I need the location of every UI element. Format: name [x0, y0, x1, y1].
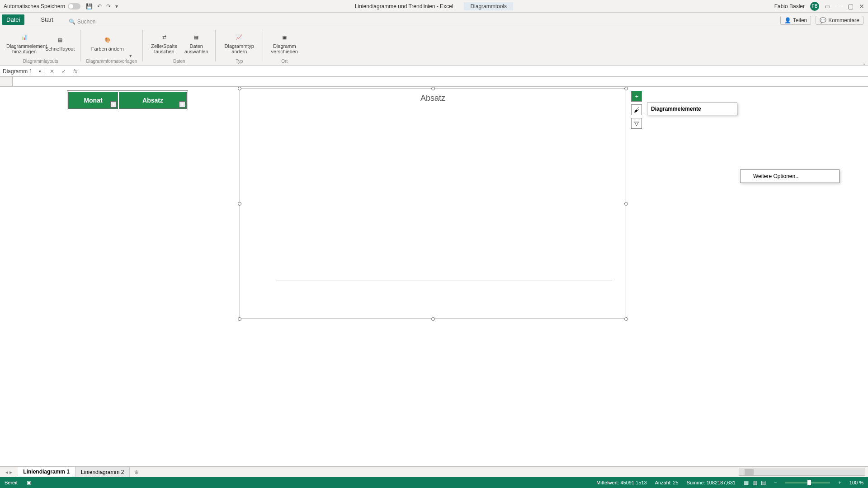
formula-bar: Diagramm 1 ▾ ✕ ✓ fx: [0, 66, 868, 77]
worksheet-grid[interactable]: Monat▾ Absatz▾ Absatz ＋ 🖌 ▽ Diagrammelem…: [0, 77, 868, 456]
move-chart-button[interactable]: ▣ Diagramm verschieben: [269, 32, 300, 54]
maximize-icon[interactable]: ▢: [848, 3, 854, 10]
autosave-toggle[interactable]: Automatisches Speichern: [4, 3, 80, 9]
comment-icon: 💬: [820, 17, 826, 23]
undo-icon[interactable]: ↶: [97, 3, 102, 9]
resize-handle[interactable]: [238, 317, 241, 321]
search-box[interactable]: 🔍 Suchen: [69, 19, 96, 25]
tab-start[interactable]: Start: [37, 14, 57, 25]
share-button[interactable]: 👤Teilen: [780, 16, 811, 25]
collapse-ribbon-icon[interactable]: ˬ: [863, 60, 865, 65]
title-bar: Automatisches Speichern 💾 ↶ ↷ ▾ Liniendi…: [0, 0, 868, 13]
tab-file[interactable]: Datei: [2, 14, 24, 25]
group-type-label: Typ: [236, 59, 243, 64]
flyout-header: Diagrammelemente: [647, 103, 737, 115]
ribbon-mode-icon[interactable]: ▭: [825, 3, 830, 10]
view-normal-icon[interactable]: ▦: [744, 479, 749, 486]
cancel-fx-icon[interactable]: ✕: [50, 68, 54, 75]
status-mean: Mittelwert: 45091,1513: [596, 480, 646, 485]
switch-rowcol-button[interactable]: ⇄ Zeile/Spalte tauschen: [148, 32, 180, 54]
colors-icon: 🎨: [101, 34, 114, 45]
share-icon: 👤: [784, 17, 791, 23]
name-box[interactable]: Diagramm 1 ▾: [0, 67, 44, 75]
sheet-tabs: ◂ ▸ Liniendiagramm 1 Liniendiagramm 2 ⊕: [0, 466, 868, 477]
save-icon[interactable]: 💾: [86, 3, 93, 9]
select-data-icon: ▦: [190, 32, 203, 42]
sheet-tab-active[interactable]: Liniendiagramm 1: [18, 467, 75, 478]
view-pagelayout-icon[interactable]: ▥: [752, 479, 757, 486]
search-placeholder: Suchen: [77, 19, 96, 25]
chart-type-icon: 📈: [233, 32, 245, 42]
col-header-absatz[interactable]: Absatz▾: [119, 92, 187, 109]
status-sum: Summe: 1082187,631: [687, 480, 736, 485]
filter-icon[interactable]: ▾: [110, 101, 117, 108]
change-chart-type-button[interactable]: 📈 Diagrammtyp ändern: [221, 32, 257, 54]
group-data-label: Daten: [173, 59, 185, 64]
quick-layout-button[interactable]: ▦ Schnelllayout: [45, 34, 75, 52]
macro-record-icon[interactable]: ▣: [27, 480, 31, 486]
more-options-item[interactable]: Weitere Optionen...: [741, 172, 839, 181]
quick-layout-icon: ▦: [54, 34, 66, 45]
confirm-fx-icon[interactable]: ✓: [61, 68, 66, 75]
toggle-switch-icon[interactable]: [68, 3, 80, 9]
redo-icon[interactable]: ↷: [106, 3, 111, 9]
col-header-monat[interactable]: Monat▾: [68, 92, 118, 109]
sheet-tab[interactable]: Liniendiagramm 2: [75, 467, 130, 477]
resize-handle[interactable]: [431, 317, 435, 321]
sheet-nav-icon[interactable]: ◂ ▸: [0, 469, 18, 475]
divider: [80, 30, 80, 61]
close-icon[interactable]: ✕: [859, 3, 864, 10]
resize-handle[interactable]: [238, 202, 241, 206]
gridlines-subflyout: Weitere Optionen...: [740, 169, 840, 183]
chart-elements-button[interactable]: ＋: [631, 91, 642, 102]
comments-button[interactable]: 💬Kommentare: [816, 16, 863, 25]
gallery-more-icon[interactable]: ▾: [129, 53, 132, 59]
dropdown-icon[interactable]: ▾: [39, 69, 41, 74]
user-avatar-icon[interactable]: FB: [810, 2, 819, 11]
view-pagebreak-icon[interactable]: ▤: [761, 479, 766, 486]
resize-handle[interactable]: [238, 87, 241, 90]
chart-elements-flyout: Diagrammelemente: [647, 103, 737, 115]
group-layouts-label: Diagrammlayouts: [23, 59, 58, 64]
ribbon-body: 📊 Diagrammelement hinzufügen ▦ Schnellla…: [0, 25, 868, 66]
minimize-icon[interactable]: —: [836, 3, 842, 10]
data-table[interactable]: Monat▾ Absatz▾: [67, 90, 188, 110]
resize-handle[interactable]: [624, 87, 628, 90]
y-axis: [249, 109, 274, 281]
add-sheet-icon[interactable]: ⊕: [130, 467, 143, 477]
change-colors-button[interactable]: 🎨 Farben ändern: [91, 34, 124, 52]
move-chart-icon: ▣: [278, 32, 291, 42]
chart-element-icon: 📊: [18, 32, 31, 42]
group-styles-label: Diagrammformatvorlagen: [86, 59, 137, 64]
chart-filter-button[interactable]: ▽: [631, 118, 642, 129]
group-location-label: Ort: [281, 59, 288, 64]
resize-handle[interactable]: [431, 87, 435, 90]
chart-object[interactable]: Absatz ＋ 🖌 ▽ Diagrammelemente Weitere Op…: [240, 89, 626, 319]
switch-icon: ⇄: [158, 32, 170, 42]
qat-more-icon[interactable]: ▾: [115, 3, 118, 9]
resize-handle[interactable]: [624, 202, 628, 206]
status-count: Anzahl: 25: [655, 480, 679, 485]
chart-canvas: [276, 109, 612, 282]
context-tab: Diagrammtools: [464, 2, 513, 10]
zoom-out-icon[interactable]: −: [774, 480, 777, 485]
status-bar: Bereit ▣ Mittelwert: 45091,1513 Anzahl: …: [0, 477, 868, 488]
ribbon-tabs: Datei Start 🔍 Suchen 👤Teilen 💬Kommentare: [0, 13, 868, 25]
status-ready: Bereit: [5, 480, 18, 485]
search-icon: 🔍: [69, 19, 75, 25]
fx-icon[interactable]: fx: [73, 68, 77, 75]
select-all-corner[interactable]: [0, 77, 13, 86]
filter-icon[interactable]: ▾: [179, 101, 185, 108]
zoom-value[interactable]: 100 %: [849, 480, 863, 485]
autosave-label: Automatisches Speichern: [4, 3, 65, 9]
document-title: Liniendiagramme und Trendlinien - Excel: [355, 3, 453, 9]
plot-area[interactable]: [276, 109, 612, 281]
zoom-in-icon[interactable]: +: [838, 480, 841, 485]
zoom-slider[interactable]: [785, 482, 830, 483]
select-data-button[interactable]: ▦ Daten auswählen: [183, 32, 210, 54]
user-name[interactable]: Fabio Basler: [774, 3, 805, 9]
chart-styles-button[interactable]: 🖌: [631, 104, 642, 115]
resize-handle[interactable]: [624, 317, 628, 321]
horizontal-scrollbar[interactable]: [739, 469, 865, 476]
add-chart-element-button[interactable]: 📊 Diagrammelement hinzufügen: [6, 32, 42, 54]
